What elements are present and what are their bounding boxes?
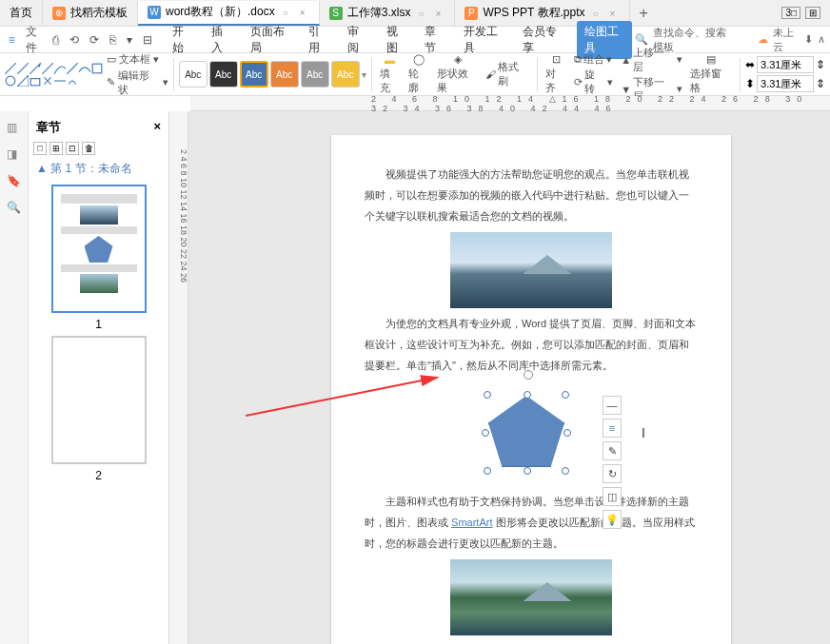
close-icon[interactable]: ○ <box>593 9 603 18</box>
up-icon: ▲ <box>621 54 631 66</box>
sidebar-shape-icon[interactable]: ◨ <box>7 147 22 163</box>
outline-btn[interactable]: 轮廓 <box>405 67 432 95</box>
float-text[interactable]: ≡ <box>603 419 622 438</box>
sidebar-search-icon[interactable]: 🔍 <box>7 201 22 216</box>
horizontal-ruler[interactable]: 2 4 6 8 10 12 14 △16 18 20 22 24 26 28 3… <box>190 96 830 111</box>
ctrl-4[interactable]: 🗑 <box>82 142 95 155</box>
vertical-ruler[interactable]: 2 4 6 8 10 12 14 16 18 20 22 24 26 <box>169 111 188 644</box>
height-input[interactable] <box>757 75 814 92</box>
thumb-1[interactable] <box>51 185 147 313</box>
help-icon[interactable]: ∧ <box>818 33 825 46</box>
fill-btn[interactable]: 填充 <box>377 67 404 95</box>
style-2[interactable]: Abc <box>209 61 238 88</box>
menu-start[interactable]: 开始 <box>168 21 196 59</box>
para-2: 为使您的文档具有专业外观，Word 提供了页眉、页脚、封面和文本框设计，这些设计… <box>365 313 698 376</box>
menu-insert[interactable]: 插入 <box>208 21 235 59</box>
menu-layout[interactable]: 页面布局 <box>247 21 294 59</box>
close-icon[interactable]: ○ <box>418 9 427 18</box>
tab-close-x[interactable]: × <box>610 9 620 18</box>
align-icon[interactable]: ⊡ <box>552 53 561 66</box>
section-1[interactable]: ▲ 第 1 节：未命名 <box>33 158 164 180</box>
ctrl-1[interactable]: □ <box>33 142 47 155</box>
search-icon[interactable]: 🔍 <box>635 33 648 46</box>
handle-nw[interactable] <box>484 391 491 399</box>
smartart-link[interactable]: SmartArt <box>451 517 492 528</box>
float-edit[interactable]: ✎ <box>603 441 622 460</box>
menu-icon[interactable]: ≡ <box>5 30 19 49</box>
menu-review[interactable]: 审阅 <box>344 21 371 59</box>
window-layout-2[interactable]: ⊞ <box>805 7 820 19</box>
format-btn[interactable]: 🖌格式刷 <box>483 60 532 88</box>
style-3[interactable]: Abc <box>240 61 268 88</box>
handle-ne[interactable] <box>562 391 569 399</box>
collapse-icon[interactable]: ⬇ <box>804 33 813 46</box>
more-styles[interactable]: ▾ <box>362 69 366 80</box>
undo-icon[interactable]: ⟲ <box>66 31 83 49</box>
quick-icon[interactable]: ⎘ <box>106 31 120 49</box>
svg-rect-8 <box>30 78 40 85</box>
up-layer-btn[interactable]: ▲上移一层▾ <box>618 46 685 74</box>
effect-icon[interactable]: ◈ <box>454 53 462 66</box>
line-icon <box>5 63 16 74</box>
rotate-handle[interactable] <box>524 370 533 380</box>
spinner[interactable]: ⇕ <box>816 77 825 90</box>
group-btn[interactable]: ⧉组合▾ <box>571 52 616 67</box>
align-btn[interactable]: 对齐 <box>543 67 569 95</box>
sidebar-bookmark-icon[interactable]: 🔖 <box>7 174 22 189</box>
pentagon[interactable] <box>488 396 564 467</box>
pane-icon[interactable]: ▤ <box>706 53 716 66</box>
textbox-btn[interactable]: ▭文本框▾ <box>107 52 168 67</box>
fill-icon[interactable]: ▬ <box>385 54 395 66</box>
sidebar-doc-icon[interactable]: ▥ <box>7 121 22 136</box>
handle-e[interactable] <box>563 429 571 437</box>
window-layout-1[interactable]: 3□ <box>781 7 800 19</box>
ctrl-3[interactable]: ⊡ <box>66 142 79 155</box>
save-icon[interactable]: ⎙ <box>49 31 63 49</box>
menu-ref[interactable]: 引用 <box>305 21 332 59</box>
spinner[interactable]: ⇕ <box>816 58 825 71</box>
chapter-title: 章节 <box>36 119 61 136</box>
handle-se[interactable] <box>562 467 569 475</box>
rotate-btn[interactable]: ⟳旋转▾ <box>571 68 616 96</box>
style-4[interactable]: Abc <box>270 61 299 88</box>
handle-sw[interactable] <box>484 467 491 475</box>
tab-add[interactable]: + <box>630 5 658 22</box>
dropdown-icon[interactable]: ▾ <box>123 31 136 49</box>
style-6[interactable]: Abc <box>331 61 360 88</box>
template-icon: ⊕ <box>52 7 66 20</box>
ctrl-2[interactable]: ⊞ <box>49 142 63 155</box>
float-refresh[interactable]: ↻ <box>603 464 622 483</box>
svg-line-0 <box>5 63 16 74</box>
document-page[interactable]: 视频提供了功能强大的方法帮助您证明您的观点。当您单击联机视频时，可以在想要添加的… <box>331 135 731 644</box>
width-icon: ⬌ <box>745 58 755 71</box>
tab-close-x[interactable]: × <box>435 9 445 18</box>
redo-icon[interactable]: ⟳ <box>86 31 103 49</box>
editshape-btn[interactable]: ✎编辑形状▾ <box>107 68 168 97</box>
svg-line-4 <box>42 63 53 74</box>
file-menu[interactable]: 文件 <box>22 22 46 58</box>
handle-w[interactable] <box>482 429 489 437</box>
thumb-2[interactable] <box>51 336 147 464</box>
svg-point-6 <box>6 76 15 86</box>
thumb-label-1: 1 <box>95 318 102 331</box>
cloud-icon[interactable]: ☁ <box>758 33 768 46</box>
print-icon[interactable]: ⊟ <box>139 31 156 49</box>
height-icon: ⬍ <box>745 77 755 90</box>
float-bulb[interactable]: 💡 <box>603 510 622 529</box>
handle-s[interactable] <box>524 467 531 475</box>
pentagon-shape[interactable]: — ≡ ✎ ↻ ◫ 💡 I <box>474 381 588 486</box>
style-5[interactable]: Abc <box>301 61 329 88</box>
float-crop[interactable]: ◫ <box>603 487 622 506</box>
effect-btn[interactable]: 形状效果 <box>434 67 482 95</box>
float-minus[interactable]: — <box>603 396 622 415</box>
chapter-close[interactable]: × <box>153 119 161 136</box>
pane-btn[interactable]: 选择窗格 <box>687 67 735 95</box>
shape-gallery[interactable] <box>5 63 105 87</box>
tab-close-x[interactable]: × <box>300 8 309 17</box>
outline-icon[interactable]: ◯ <box>413 53 425 66</box>
close-icon[interactable]: ○ <box>283 8 292 17</box>
width-input[interactable] <box>757 56 814 73</box>
style-1[interactable]: Abc <box>179 61 208 88</box>
brush-icon: 🖌 <box>485 68 496 80</box>
handle-n[interactable] <box>524 391 531 399</box>
